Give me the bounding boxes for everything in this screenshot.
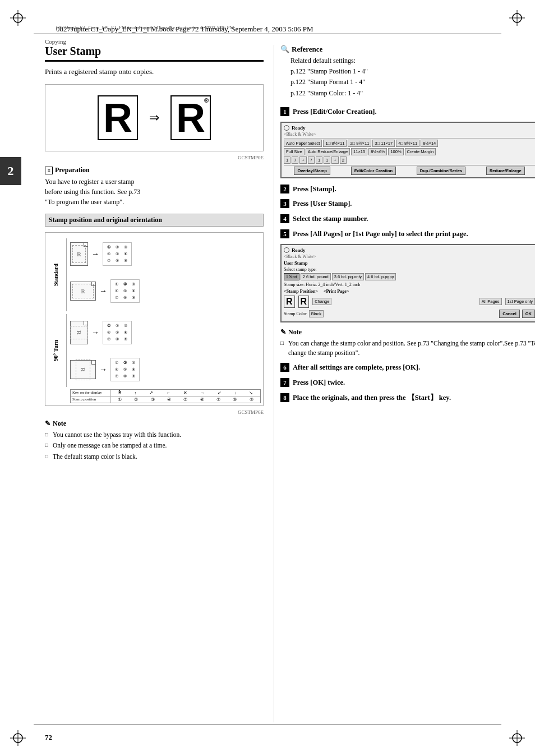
- step-4-num: 4: [280, 214, 289, 223]
- row1: R → ① ② ③ ④ ⑤ ⑥ ⑦ ⑧ ⑨: [70, 237, 261, 271]
- doc3: R: [70, 321, 88, 344]
- step-2-num: 2: [280, 185, 289, 193]
- prep-line3: "To program the user stamp".: [45, 198, 124, 206]
- stamp-r-mark: ®: [204, 98, 209, 104]
- type-btn-4[interactable]: 4 6 bd. p.pgpy: [365, 273, 396, 280]
- key-sym2: ↑: [135, 390, 137, 395]
- ref-title: 🔍 Reference: [280, 45, 535, 54]
- dot3-9: ⑨: [122, 336, 130, 343]
- dot2-8: ⑧: [121, 294, 129, 301]
- dots1: ① ② ③ ④ ⑤ ⑥ ⑦ ⑧ ⑨: [103, 242, 132, 266]
- corner-mark-tl: [10, 10, 26, 26]
- arrow3: →: [91, 328, 99, 337]
- prep-title-text: Preparation: [55, 166, 90, 174]
- change-btn[interactable]: Change: [312, 298, 331, 305]
- ref-line2: p.122 "Stamp Format 1 - 4": [290, 77, 535, 87]
- type-btn-1[interactable]: 1 Start: [284, 273, 299, 280]
- section-label: Copying: [45, 38, 66, 45]
- note-section: ✎ Note You cannot use the bypass tray wi…: [45, 420, 264, 462]
- dots4: ① ② ③ ④ ⑤ ⑥ ⑦ ⑧ ⑨: [110, 358, 140, 381]
- screen1: Ready <Black & White> Auto Paper Select …: [280, 122, 535, 178]
- turn-label: 90° Turn: [45, 314, 67, 387]
- prep-line1: You have to register a user stamp: [45, 178, 134, 186]
- dot4-7: ⑦: [112, 373, 121, 380]
- screen1-btn5: 8½×14: [421, 140, 438, 147]
- type-btn-2[interactable]: 2 6 bd. pound: [301, 273, 331, 280]
- note2-title: ✎ Note: [280, 328, 535, 336]
- screen1-auto-paper: Auto Paper Select: [284, 140, 322, 147]
- stamp-pos-diagram: Standard 90° Turn R → ① ② ③ ④: [45, 232, 264, 406]
- key-row2: Stamp position ① ② ③ ④ ⑤ ⑥ ⑦ ⑧ ⑨: [71, 397, 260, 403]
- pos7: ⑦: [216, 397, 220, 402]
- screen1-btn4: 4□ 8½×11: [396, 140, 419, 147]
- dot3-8: ⑧: [113, 336, 121, 343]
- dot2-6: ⑥: [130, 288, 138, 294]
- dot-3: ③: [122, 244, 130, 251]
- dot-1: ①: [104, 244, 113, 251]
- key-label: Key on the display: [71, 390, 111, 396]
- stamp-r-small-1: R: [284, 296, 295, 308]
- color-value: Black: [309, 310, 324, 317]
- dot-7: ⑦: [104, 257, 113, 264]
- ref-text: Related default settings: p.122 "Stamp P…: [280, 56, 535, 99]
- screen2-stamp-size: Stamp size: Horiz. 2_4 inch/Vert. 1_2 in…: [284, 282, 535, 287]
- step-8-text: Place the originals, and then press the …: [293, 393, 451, 403]
- step-4: 4 Select the stamp number.: [280, 214, 535, 224]
- header-rule: [34, 34, 501, 34]
- corner-mark-bl: [10, 730, 26, 746]
- key-sym4: ←: [166, 390, 170, 395]
- key-sym3: ↗: [149, 390, 153, 395]
- ok-btn[interactable]: OK: [522, 310, 535, 318]
- reduce-enlarge-btn[interactable]: Reduce/Enlarge: [486, 167, 525, 175]
- ref-line3: p.122 "Stamp Color: 1 - 4": [290, 88, 535, 99]
- dot4-1: ①: [112, 359, 121, 366]
- dot-6: ⑥: [122, 251, 130, 257]
- prep-box: ≡ Preparation You have to register a use…: [45, 166, 264, 207]
- overlay-stamp-btn[interactable]: Overlay/Stamp: [294, 167, 330, 175]
- corner-fold4: [91, 361, 95, 365]
- dup-combine-btn[interactable]: Dup./Combine/Series: [417, 167, 465, 175]
- screen1-n2: 2: [340, 156, 347, 164]
- dot4-4: ④: [112, 366, 121, 373]
- dot2-4: ④: [112, 288, 121, 294]
- screen1-fullsize: Full Size: [284, 148, 305, 155]
- cancel-btn[interactable]: Cancel: [499, 310, 520, 318]
- step-5-text: Press [All Pages] or [1st Page only] to …: [293, 229, 468, 239]
- standard-label: Standard: [45, 238, 67, 311]
- prep-line2: before using this function. See p.73: [45, 188, 140, 196]
- ref-icon: 🔍: [280, 45, 289, 54]
- doc-letter4: R: [76, 359, 90, 380]
- file-info-label: 0827JupiterC1_Copy_EN_F1_FM.book Page 72…: [56, 25, 234, 30]
- key-sym6: →: [200, 390, 205, 395]
- key-symbols: R̃ ↑ ↗ ← ✕ → ↙ ↓ ↘: [111, 390, 260, 396]
- screen2-type-btns: 1 Start 2 6 bd. pound 3 6 bd. pg.only 4 …: [284, 273, 535, 280]
- screen1-btn2: 2□ 8½×11: [348, 140, 371, 147]
- screen2-subtitle: <Black & White>: [284, 254, 535, 259]
- note2-title-text: Note: [288, 328, 302, 336]
- dot4-9: ⑨: [130, 373, 138, 380]
- type-btn-3[interactable]: 3 6 bd. pg.only: [332, 273, 364, 280]
- first-page-btn[interactable]: 1st Page only: [505, 298, 535, 305]
- edit-color-btn[interactable]: Edit/Color Creation: [351, 167, 396, 175]
- screen1-titlebar: Ready: [284, 125, 535, 131]
- step-7: 7 Press [OK] twice.: [280, 377, 535, 388]
- dot-5: ⑤: [113, 251, 121, 257]
- pos2: ②: [134, 397, 138, 402]
- dot2-2: ②: [121, 281, 129, 288]
- screen1-row1: Auto Paper Select 1□ 8½×11 2□ 8½×11 3□ 1…: [284, 138, 535, 164]
- screen1-bottom[interactable]: Overlay/Stamp Edit/Color Creation Dup./C…: [284, 165, 535, 175]
- corner-mark-br: [509, 730, 525, 746]
- ref-title-text: Reference: [292, 45, 322, 54]
- all-pages-btn[interactable]: All Pages: [479, 298, 502, 305]
- step-8-num: 8: [280, 393, 289, 402]
- step-7-text: Press [OK] twice.: [293, 377, 345, 388]
- screen2-stamp-row: R R Change All Pages 1st Page only: [284, 296, 535, 308]
- dot4-6: ⑥: [130, 366, 138, 373]
- footer-rule: [34, 725, 501, 725]
- screen1-size1: 11×15: [351, 148, 367, 155]
- doc4: R: [70, 360, 96, 379]
- row2: R → ① ② ③ ④ ⑤ ⑥ ⑦ ⑧ ⑨: [70, 274, 261, 308]
- screen1-plus1: +: [299, 156, 306, 164]
- note2-section: ✎ Note You can change the stamp color an…: [280, 328, 535, 358]
- step-5-num: 5: [280, 229, 289, 238]
